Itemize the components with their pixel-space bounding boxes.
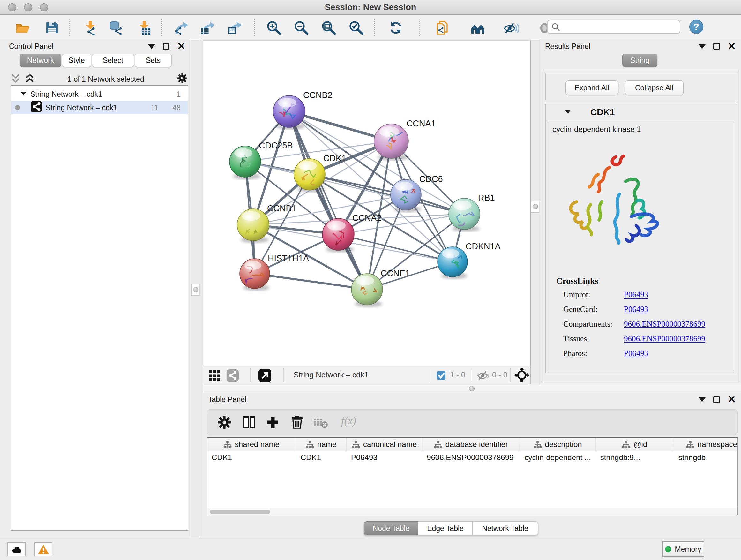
add-column-icon[interactable]: [265, 415, 280, 430]
open-in-new-window-icon[interactable]: [258, 368, 272, 382]
network-node-RB1[interactable]: RB1: [449, 193, 495, 232]
network-edge[interactable]: [255, 273, 367, 289]
gene-section-header[interactable]: CDK1: [546, 104, 736, 121]
table-cell[interactable]: stringdb:9...: [596, 451, 674, 464]
collapse-all-icon[interactable]: [10, 72, 21, 86]
network-node-HIST1H1A[interactable]: HIST1H1A: [240, 253, 309, 291]
table-cell[interactable]: 9606.ENSP00000378699: [422, 451, 520, 464]
network-node-CDKN1A[interactable]: CDKN1A: [437, 242, 501, 279]
panel-close-icon[interactable]: ✕: [177, 43, 185, 50]
import-table-file-icon[interactable]: [135, 19, 153, 36]
column-header-canonical-name[interactable]: canonical name: [347, 438, 422, 451]
clone-network-icon[interactable]: [434, 19, 453, 36]
control-panel-title: Control Panel: [9, 42, 53, 51]
network-node-label: CCNE1: [381, 268, 410, 278]
cloud-button[interactable]: [7, 543, 26, 557]
column-header-namespace[interactable]: namespace: [674, 438, 738, 451]
panel-close-icon[interactable]: ✕: [728, 396, 736, 402]
show-columns-icon[interactable]: [242, 415, 257, 430]
network-options-gear-icon[interactable]: [177, 72, 188, 86]
grid-view-icon[interactable]: [209, 370, 221, 382]
crosslink-row: Tissues:9606.ENSP00000378699: [563, 334, 726, 343]
zoom-fit-icon[interactable]: [320, 19, 338, 36]
help-button[interactable]: ?: [689, 20, 703, 34]
selected-checkbox-icon[interactable]: [436, 370, 446, 381]
tab-string[interactable]: String: [622, 54, 657, 67]
vertical-splitter-left[interactable]: [191, 40, 200, 538]
panel-float-icon[interactable]: [713, 396, 720, 403]
network-view-toolbar: String Network – cdk1 1 - 0 0 - 0: [203, 366, 530, 384]
collapse-all-button[interactable]: Collapse All: [625, 80, 684, 95]
import-network-database-icon[interactable]: [107, 19, 125, 36]
table-cell[interactable]: stringdb: [674, 451, 738, 464]
panel-menu-icon[interactable]: [148, 44, 155, 52]
tab-style[interactable]: Style: [62, 54, 91, 67]
export-table-icon[interactable]: [199, 19, 217, 36]
table-horizontal-scrollbar[interactable]: [207, 508, 738, 515]
node-table[interactable]: shared namenamecanonical namedatabase id…: [207, 437, 738, 515]
export-network-icon[interactable]: [172, 19, 190, 36]
splitter-handle-icon[interactable]: [193, 287, 199, 293]
scrollbar-thumb[interactable]: [210, 509, 270, 514]
tree-collapse-icon[interactable]: [19, 89, 28, 99]
panel-menu-icon[interactable]: [698, 44, 705, 52]
import-network-file-icon[interactable]: [81, 19, 99, 36]
network-canvas[interactable]: CCNB2 CCNA1 CDC25B CDK1 CDC6 R: [203, 40, 530, 366]
crosslink-link[interactable]: 9606.ENSP00000378699: [624, 334, 705, 343]
table-cell[interactable]: CDK1: [207, 451, 296, 464]
column-header-description[interactable]: description: [520, 438, 596, 451]
table-row[interactable]: CDK1CDK1P064939606.ENSP00000378699cyclin…: [207, 451, 738, 464]
column-header--id[interactable]: @id: [596, 438, 674, 451]
table-toolbar: f(x): [207, 409, 738, 435]
horizontal-splitter[interactable]: [203, 384, 741, 393]
delete-column-icon[interactable]: [289, 415, 305, 430]
network-edge[interactable]: [338, 234, 453, 262]
splitter-handle-icon[interactable]: [533, 204, 538, 209]
export-image-icon[interactable]: [226, 19, 244, 36]
save-session-icon[interactable]: [43, 19, 61, 36]
crosslink-link[interactable]: 9606.ENSP00000378699: [624, 320, 705, 328]
panel-float-icon[interactable]: [713, 43, 720, 50]
crosslink-link[interactable]: P06493: [624, 349, 648, 358]
tab-edge-table[interactable]: Edge Table: [418, 521, 472, 536]
expand-all-button[interactable]: Expand All: [565, 80, 618, 95]
zoom-in-icon[interactable]: [265, 19, 283, 36]
splitter-handle-icon[interactable]: [469, 386, 475, 391]
search-field[interactable]: [547, 20, 680, 34]
section-collapse-icon[interactable]: [563, 107, 572, 118]
column-header-name[interactable]: name: [296, 438, 347, 451]
first-neighbors-icon[interactable]: [469, 19, 487, 36]
panel-menu-icon[interactable]: [698, 397, 705, 406]
network-node-label: HIST1H1A: [268, 253, 309, 263]
open-session-icon[interactable]: [13, 19, 31, 36]
tab-network-table[interactable]: Network Table: [472, 521, 538, 536]
warning-button[interactable]: [35, 543, 52, 557]
birds-eye-crosshair-icon[interactable]: [515, 368, 529, 382]
expand-all-icon[interactable]: [24, 72, 35, 86]
tab-network[interactable]: Network: [20, 54, 61, 67]
crosslink-link[interactable]: P06493: [624, 305, 648, 314]
hide-selected-icon[interactable]: [502, 19, 520, 36]
zoom-selected-icon[interactable]: [347, 19, 365, 36]
table-settings-gear-icon[interactable]: [217, 415, 232, 430]
apply-preferred-layout-icon[interactable]: [387, 19, 405, 36]
column-header-database-identifier[interactable]: database identifier: [422, 438, 520, 451]
gene-details-box: cyclin-dependent kinase 1 CrossLinks Uni…: [548, 121, 734, 371]
tab-node-table[interactable]: Node Table: [364, 521, 418, 536]
memory-button[interactable]: Memory: [662, 541, 704, 557]
table-cell[interactable]: CDK1: [296, 451, 347, 464]
table-cell[interactable]: cyclin-dependent ...: [520, 451, 596, 464]
crosslink-link[interactable]: P06493: [624, 290, 648, 299]
tab-sets[interactable]: Sets: [135, 54, 172, 67]
vertical-splitter-right[interactable]: [530, 40, 540, 384]
network-tree-item-selected[interactable]: String Network – cdk1 11 48: [11, 101, 188, 114]
panel-close-icon[interactable]: ✕: [728, 43, 736, 50]
search-input[interactable]: [563, 23, 677, 31]
zoom-out-icon[interactable]: [292, 19, 310, 36]
network-tree-root-row[interactable]: String Network – cdk1 1: [11, 87, 188, 101]
panel-float-icon[interactable]: [163, 43, 170, 50]
table-cell[interactable]: P06493: [347, 451, 422, 464]
tab-select[interactable]: Select: [92, 54, 134, 67]
network-share-view-icon[interactable]: [226, 369, 239, 382]
column-header-shared-name[interactable]: shared name: [207, 438, 296, 451]
